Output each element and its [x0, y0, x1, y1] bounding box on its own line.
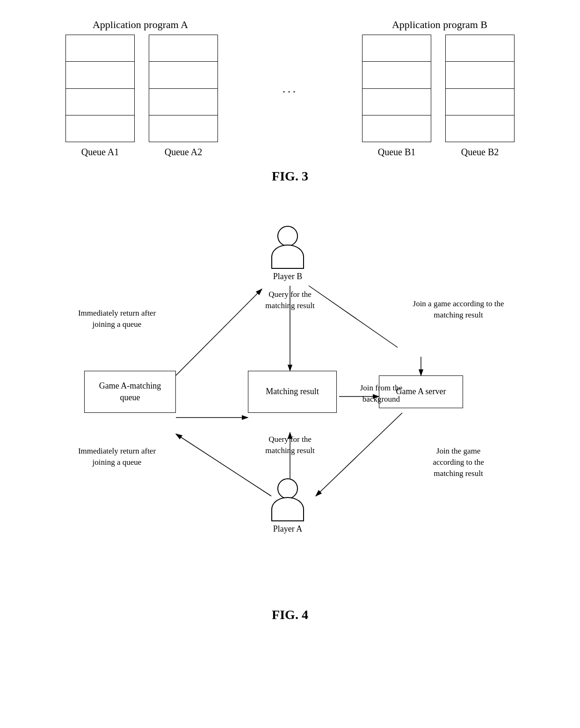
- queue-b1-name: Queue B1: [362, 147, 431, 158]
- queue-a2-cell3: [149, 89, 218, 115]
- fig3-section: Application program A Application progra…: [0, 0, 580, 188]
- queue-a1-cell3: [66, 89, 134, 115]
- queue-a1-cell4: [66, 115, 134, 142]
- queue-b2-box: [445, 35, 515, 142]
- queue-group-a: [65, 35, 218, 142]
- player-a-icon: Player A: [271, 478, 304, 534]
- queue-b1-cell1: [362, 35, 431, 62]
- player-b-head: [277, 226, 298, 246]
- app-program-b-label: Application program B: [365, 19, 515, 31]
- fig3-queues-row: ...: [65, 35, 515, 142]
- text-immediately-return-bottom: Immediately return afterjoining a queue: [70, 446, 164, 468]
- player-a-head: [277, 478, 298, 499]
- fig3-labels-row: Application program A Application progra…: [65, 19, 515, 31]
- game-a-matching-queue-box: Game A-matchingqueue: [84, 371, 176, 413]
- matching-result-box: Matching result: [248, 371, 337, 413]
- queue-a2-cell4: [149, 115, 218, 142]
- queue-a2-name: Queue A2: [149, 147, 218, 158]
- queue-b1-box: [362, 35, 431, 142]
- queue-b1-cell4: [362, 115, 431, 142]
- fig4-title: FIG. 4: [272, 607, 308, 622]
- fig3-title: FIG. 3: [272, 169, 308, 184]
- queue-a2-box: [149, 35, 218, 142]
- fig3-queue-names-row: Queue A1 Queue A2 Queue B1 Queue B2: [65, 147, 515, 158]
- queue-b1-cell3: [362, 89, 431, 115]
- player-b-body: [271, 245, 304, 269]
- queue-a1-box: [65, 35, 135, 142]
- queue-names-group-a: Queue A1 Queue A2: [65, 147, 218, 158]
- text-join-from-background: Join from thebackground: [344, 382, 419, 405]
- queue-names-group-b: Queue B1 Queue B2: [362, 147, 515, 158]
- fig4-diagram: Player B Game A-matchingqueue Matching r…: [61, 216, 519, 600]
- queue-a2-cell2: [149, 62, 218, 88]
- queue-a2-cell1: [149, 35, 218, 62]
- ellipsis-dots: ...: [276, 81, 304, 96]
- queue-a1-name: Queue A1: [65, 147, 135, 158]
- matching-result-label: Matching result: [266, 386, 319, 397]
- text-join-game-bottom-right: Join the gameaccording to thematching re…: [407, 446, 510, 479]
- player-a-label: Player A: [273, 524, 303, 534]
- game-a-matching-queue-label: Game A-matchingqueue: [99, 380, 161, 404]
- player-a-body: [271, 497, 304, 521]
- queue-b2-name: Queue B2: [445, 147, 515, 158]
- app-program-a-label: Application program A: [65, 19, 215, 31]
- queue-a1-cell2: [66, 62, 134, 88]
- queue-b2-cell2: [446, 62, 514, 88]
- queue-b1-cell2: [362, 62, 431, 88]
- player-b-icon: Player B: [271, 226, 304, 281]
- text-join-game-right: Join a game according to thematching res…: [407, 298, 510, 321]
- fig4-section: Player B Game A-matchingqueue Matching r…: [0, 216, 580, 622]
- queue-b2-cell4: [446, 115, 514, 142]
- text-query-bottom: Query for thematching result: [248, 434, 332, 456]
- text-immediately-return-top: Immediately return afterjoining a queue: [70, 308, 164, 330]
- page: Application program A Application progra…: [0, 0, 580, 728]
- dots-spacer: [276, 147, 304, 158]
- queue-b2-cell3: [446, 89, 514, 115]
- queue-a1-cell1: [66, 35, 134, 62]
- queue-b2-cell1: [446, 35, 514, 62]
- queue-group-b: [362, 35, 515, 142]
- player-b-label: Player B: [273, 272, 303, 281]
- text-query-top: Query for thematching result: [248, 289, 332, 311]
